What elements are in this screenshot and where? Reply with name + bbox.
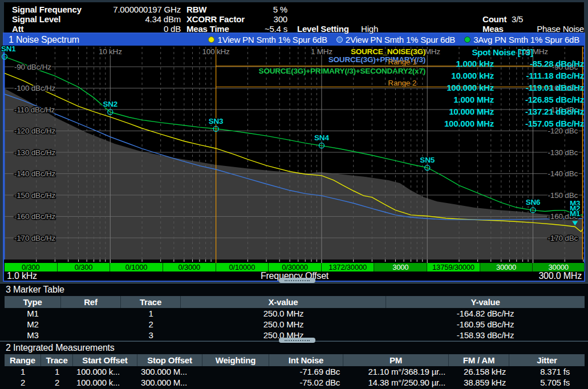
header-label: Signal Frequency (12, 5, 82, 14)
table-cell: 250.0 MHz (181, 319, 386, 330)
progress-segment: 0/30000 (269, 263, 322, 272)
spot-noise-offset: 100.000 MHz (399, 117, 494, 129)
legend-item-2[interactable]: 2View PN Smth 1% Spur 6dB (336, 35, 455, 44)
table-cell: 26.158 kHz (449, 366, 509, 377)
spot-noise-row: 1.000 kHz-85.28 dBc/Hz (399, 58, 584, 70)
meas-value: Phase Noise (502, 25, 584, 34)
progress-segment: 0/3000 (163, 263, 216, 272)
table-cell (61, 330, 121, 341)
progress-segment: 0/1000 (110, 263, 163, 272)
table-cell: 38.859 kHz (449, 377, 509, 388)
table-cell: 1 (41, 366, 73, 377)
table-cell: M1 (5, 308, 61, 319)
table-cell: -160.95 dBc/Hz (386, 319, 585, 330)
table-cell: M3 (5, 330, 61, 341)
spot-noise-row: 10.000 kHz-111.18 dBc/Hz (399, 70, 584, 82)
progress-segment: 30000 (533, 263, 585, 272)
table-cell: 2 (121, 319, 181, 330)
table-cell: -71.69 dBc (269, 366, 343, 377)
column-header: Jitter (509, 354, 585, 366)
column-header: FM / AM (449, 354, 509, 366)
legend-item-label: 2View PN Smth 1% Spur 6dB (346, 35, 455, 44)
table-cell: 100.000 k... (73, 366, 137, 377)
table-cell: 8.371 fs (509, 366, 585, 377)
table-cell: 5.705 fs (509, 377, 585, 388)
column-header: Y-value (386, 296, 585, 308)
x-axis-max-label: 300.0 MHz (538, 271, 582, 281)
header-value: 0 dB (84, 25, 181, 34)
trace-2-dot (336, 37, 343, 43)
table-cell: 300.000 M... (137, 377, 202, 388)
progress-segment: 1372/30000 (322, 263, 375, 272)
table-cell: M2 (5, 319, 61, 330)
legend-item-label: 1View PN Smth 1% Spur 6dB (217, 35, 327, 44)
spot-noise-row: 10.000 MHz-137.21 dBc/Hz (399, 106, 584, 117)
spot-noise-value: -111.18 dBc/Hz (494, 70, 584, 82)
column-header: Ref (61, 296, 121, 308)
table-header-row: RangeTraceStart OffsetStop OffsetWeighti… (5, 354, 585, 366)
legend-item-1[interactable]: 1View PN Smth 1% Spur 6dB (208, 35, 327, 44)
spot-noise-value: -157.05 dBc/Hz (494, 117, 584, 129)
spot-noise-offset: 10.000 MHz (399, 106, 494, 117)
table-cell: 2 (41, 377, 73, 388)
spot-noise-value: -119.01 dBc/Hz (494, 82, 584, 94)
window-title: 1 Noise Spectrum (9, 35, 79, 45)
marker-table: TypeRefTraceX-valueY-valueM11250.0 MHz-1… (5, 296, 585, 341)
meas-label: Meas (482, 25, 504, 34)
column-header: Range (5, 354, 41, 366)
window-splitter-1[interactable] (279, 278, 315, 283)
table-cell (202, 366, 269, 377)
header-value: 300 (232, 15, 287, 24)
column-header: Int Noise (269, 354, 343, 366)
spot-noise-value: -126.85 dBc/Hz (494, 94, 584, 106)
spot-noise-offset: 100.000 kHz (399, 82, 494, 94)
trace-1-dot (208, 37, 214, 43)
spot-noise-row: 100.000 MHz-157.05 dBc/Hz (399, 117, 584, 129)
noise-spectrum-titlebar[interactable]: 1 Noise Spectrum 1View PN Smth 1% Spur 6… (4, 34, 584, 46)
progress-segment: 0/300 (58, 263, 111, 272)
marker-table-window: 3 Marker Table TypeRefTraceX-valueY-valu… (0, 283, 588, 341)
spot-noise-offset: 10.000 kHz (399, 70, 494, 82)
table-cell (61, 308, 121, 319)
table-cell: -158.93 dBc/Hz (386, 330, 585, 341)
progress-segment: 0/300 (5, 263, 58, 272)
table-cell: 14.38 m°/250.90 µr... (343, 377, 449, 388)
table-cell: 250.0 MHz (181, 308, 386, 319)
progress-segment: 13759/30000 (427, 263, 480, 272)
column-header: Stop Offset (137, 354, 202, 366)
trace-3-dot (464, 37, 471, 43)
marker-table-title: 3 Marker Table (0, 283, 588, 296)
column-header: X-value (181, 296, 386, 308)
table-header-row: TypeRefTraceX-valueY-value (5, 296, 585, 308)
integrated-measurements-window: 2 Integrated Measurements RangeTraceStar… (0, 341, 588, 389)
column-header: Weighting (202, 354, 269, 366)
column-header: Trace (121, 296, 181, 308)
table-cell: 1 (5, 366, 41, 377)
level-setting-label: Level Setting (297, 25, 349, 34)
progress-segment: 30000 (480, 263, 533, 272)
trace-legend: 1View PN Smth 1% Spur 6dB2View PN Smth 1… (208, 35, 579, 44)
app-root: Signal Frequency7.000000197 GHzSignal Le… (0, 0, 588, 389)
marker-row: M22250.0 MHz-160.95 dBc/Hz (5, 319, 585, 330)
column-header: Start Offset (73, 354, 137, 366)
window-splitter-2[interactable] (279, 338, 315, 343)
table-cell: 100.000 k... (73, 377, 137, 388)
column-header: PM (343, 354, 449, 366)
header-value: 5 % (232, 5, 287, 14)
header-label: Meas Time (186, 25, 229, 34)
legend-item-3[interactable]: 3Avg PN Smth 1% Spur 6dB (464, 35, 579, 44)
column-header: Type (5, 296, 61, 308)
header-value: 4.34 dBm (84, 15, 181, 24)
column-header: Trace (41, 354, 73, 366)
spot-noise-value: -85.28 dBc/Hz (494, 58, 584, 70)
count-label: Count (482, 15, 506, 24)
progress-segment: 3000 (374, 263, 427, 272)
spot-noise-title: Spot Noise [T3] (431, 47, 574, 57)
header-label: Att (12, 25, 23, 34)
table-cell (202, 377, 269, 388)
table-cell: 300.000 M... (137, 366, 202, 377)
table-cell: 3 (121, 330, 181, 341)
table-cell: 2 (5, 377, 41, 388)
table-cell (61, 319, 121, 330)
marker-row: M11250.0 MHz-164.82 dBc/Hz (5, 308, 585, 319)
